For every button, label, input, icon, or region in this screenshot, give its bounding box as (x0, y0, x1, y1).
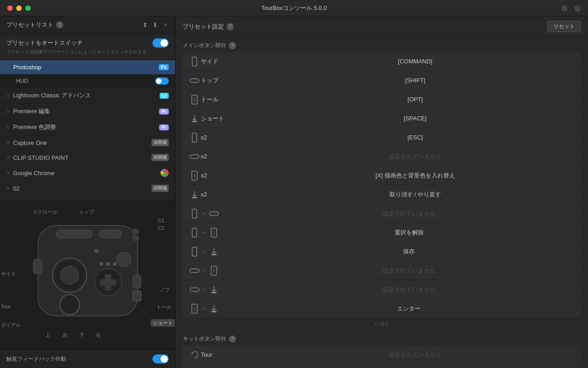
haptic-label: 触覚フィードバック作動 (6, 355, 66, 363)
drag-handle-icon: ≡ (6, 92, 9, 99)
list-item[interactable]: ≡ CLIP STUDIO PAINT 未関連 (0, 150, 175, 165)
mapping-value: [OPT] (255, 96, 575, 103)
mapping-row[interactable]: 上 [E] 消しゴム系ツール (183, 364, 581, 368)
close-button[interactable] (7, 5, 13, 11)
minimize-button[interactable] (16, 5, 22, 11)
svg-rect-31 (209, 212, 218, 215)
import-icon[interactable]: ⬇ (152, 21, 158, 29)
collapse-icon: ∧ (374, 321, 378, 327)
list-item[interactable]: ≡ 02 未関連 (0, 181, 175, 196)
svg-rect-32 (192, 228, 197, 237)
mapping-row[interactable]: + 選択を解除 (183, 223, 581, 242)
settings-icon[interactable]: ⊙ (561, 4, 567, 12)
side-x2-icon (188, 133, 201, 143)
plus-icon: + (203, 306, 206, 312)
main-section-label: メインボタン部分 (183, 42, 226, 49)
mapping-row[interactable]: トール [OPT] (183, 90, 581, 109)
preset-badge-unlicensed3: 未関連 (152, 185, 169, 192)
side-label: サイド (1, 271, 16, 277)
mapping-row[interactable]: + 設定されていません (183, 204, 581, 223)
top-x2-icon (188, 154, 201, 159)
tool-combo3-icon (188, 304, 201, 314)
haptic-toggle[interactable] (152, 354, 169, 363)
short-combo3-icon (208, 304, 220, 313)
list-item[interactable]: ≡ Lightroom Classic アドバンス Lr (0, 88, 175, 104)
preset-settings-help[interactable]: ? (227, 23, 234, 30)
short-combo2-icon (208, 285, 220, 294)
preset-badge-pr: Pr (159, 109, 169, 115)
mapping-value: [SHIFT] (255, 77, 575, 84)
titlebar: TourBoxコンソール 5.0.0 ⊙ ◎ (0, 0, 588, 16)
mapping-row[interactable]: x2 [ESC] (183, 128, 581, 147)
mapping-value: 設定されていません (242, 210, 575, 218)
hud-toggle[interactable] (155, 77, 169, 85)
top-combo3-icon (188, 287, 201, 292)
preset-settings-label: プリセット設定 (183, 23, 224, 31)
mapping-row[interactable]: + 設定されていません (183, 261, 581, 280)
mapping-value: [X] 描画色と背景色を入れ替え (255, 172, 575, 180)
reset-button[interactable]: リセット (547, 21, 581, 32)
mapping-row[interactable]: サイド [COMMAND] (183, 52, 581, 71)
mapping-row[interactable]: トップ [SHIFT] (183, 71, 581, 90)
location-icon[interactable]: ◎ (574, 4, 581, 12)
mapping-row[interactable]: Tour 設定されていません (183, 345, 581, 364)
haptic-feedback-row: 触覚フィードバック作動 (0, 349, 175, 368)
mapping-value: エンター (242, 305, 575, 313)
preset-name: CLIP STUDIO PAINT (13, 154, 148, 161)
auto-switch-row: プリセットをオートスイッチ (6, 38, 169, 48)
mapping-row[interactable]: x2 [X] 描画色と背景色を入れ替え (183, 166, 581, 185)
list-item[interactable]: ≡ Final Cut Pro X 🎬 (0, 196, 175, 200)
mapping-row[interactable]: x2 取り消す / やり直す (183, 185, 581, 204)
tool-icon (188, 95, 201, 105)
c2-label: C2 (158, 225, 164, 231)
btn-name-tool: トール (201, 96, 255, 104)
svg-rect-25 (192, 133, 197, 142)
add-preset-icon[interactable]: ＋ (162, 21, 169, 29)
main-section-help[interactable]: ? (229, 42, 236, 49)
mapping-value: 保存 (242, 248, 575, 256)
kit-section-help[interactable]: ? (229, 335, 236, 343)
svg-rect-30 (192, 209, 197, 218)
list-item[interactable]: HUD (0, 75, 175, 88)
mapping-row[interactable]: + 保存 (183, 242, 581, 261)
device-diagram: tb (24, 216, 151, 334)
knob-label: ノブ (160, 287, 170, 293)
mapping-row[interactable]: + エンター (183, 299, 581, 318)
list-item[interactable]: ≡ Photoshop Ps (0, 60, 175, 75)
plus-icon: + (203, 268, 206, 274)
preset-list-help[interactable]: ? (56, 21, 63, 29)
svg-rect-1 (56, 230, 92, 238)
export-icon[interactable]: ⬆ (142, 21, 148, 29)
list-item[interactable]: ≡ Google Chrome (0, 165, 175, 181)
maximize-button[interactable] (25, 5, 31, 11)
mapping-row[interactable]: ショート [SPACE] (183, 109, 581, 128)
svg-rect-12 (100, 279, 116, 286)
content-scroll[interactable]: メインボタン部分 ? サイド [COMMAND] トップ [SHIFT] (175, 37, 588, 368)
svg-rect-41 (211, 292, 217, 293)
drag-handle-icon: ≡ (6, 154, 9, 161)
mapping-row[interactable]: x2 設定されていません (183, 147, 581, 166)
top-icon (188, 78, 201, 83)
combo-icons: + (188, 266, 242, 276)
collapse-row[interactable]: ∧ 隠す (183, 318, 581, 330)
svg-rect-29 (192, 197, 197, 198)
tour-label: Tour (1, 304, 10, 309)
top-combo-icon (208, 211, 220, 216)
sidebar: プリセットリスト ? ⬆ ⬇ ＋ プリセットをオートスイッチ プリセットは関連ア… (0, 16, 175, 368)
preset-list-label: プリセットリスト (6, 21, 53, 29)
mapping-value: [SPACE] (255, 115, 575, 122)
auto-switch-desc: プリセットは関連アプリケーションによってオートスイッチされます。 (6, 49, 169, 55)
short-x2-icon (188, 190, 201, 199)
list-item[interactable]: ≡ Premiere 色調整 Pr (0, 119, 175, 135)
list-item[interactable]: ≡ Premiere 編集 Pr (0, 104, 175, 119)
svg-rect-4 (133, 236, 138, 240)
right-panel: プリセット設定 ? リセット メインボタン部分 ? サイド [COMMAND] (175, 16, 588, 368)
auto-switch-toggle[interactable] (152, 38, 169, 48)
list-item[interactable]: ≡ Capture One 未関連 (0, 135, 175, 150)
kit-section-header: キットボタン部分 ? (183, 330, 581, 345)
svg-rect-20 (192, 57, 197, 66)
preset-badge-lr: Lr (160, 93, 169, 99)
mapping-value: [ESC] (255, 134, 575, 141)
app-title: TourBoxコンソール 5.0.0 (261, 4, 327, 12)
mapping-row[interactable]: + 設定されていません (183, 280, 581, 299)
